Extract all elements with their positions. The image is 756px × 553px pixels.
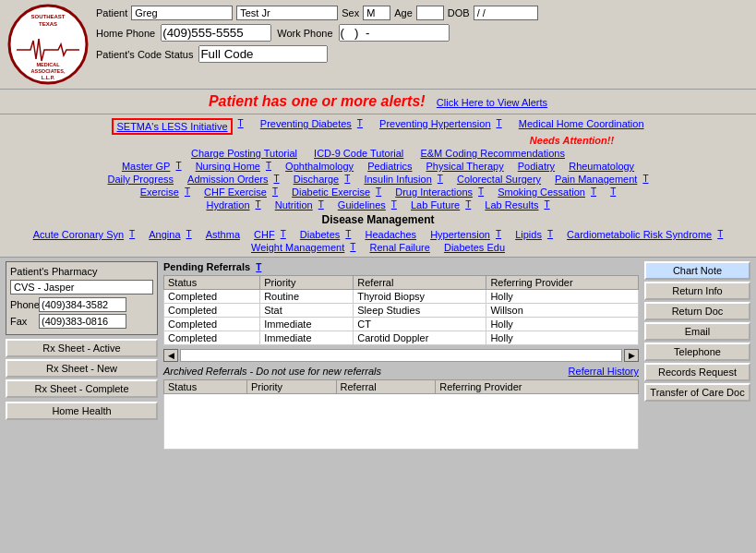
- nav-weight-t[interactable]: T: [350, 242, 355, 253]
- email-button[interactable]: Email: [644, 322, 750, 341]
- nav-pain-mgmt[interactable]: Pain Management: [555, 174, 637, 185]
- work-phone-input[interactable]: [339, 24, 450, 42]
- rx-active-button[interactable]: Rx Sheet - Active: [6, 339, 158, 357]
- nav-lipids[interactable]: Lipids: [515, 229, 542, 240]
- nav-charge-posting[interactable]: Charge Posting Tutorial: [191, 148, 297, 159]
- nav-extra-t[interactable]: T: [610, 186, 616, 198]
- nav-discharge[interactable]: Discharge: [294, 174, 340, 185]
- code-status-input[interactable]: [198, 45, 328, 63]
- nav-cardio-t[interactable]: T: [717, 229, 723, 240]
- nav-master-gp-t[interactable]: T: [175, 161, 181, 172]
- nav-chf-exercise[interactable]: CHF Exercise: [204, 186, 267, 198]
- nav-icd9[interactable]: ICD-9 Code Tutorial: [314, 148, 403, 159]
- nav-admission-t[interactable]: T: [274, 174, 280, 185]
- nav-headaches[interactable]: Headaches: [365, 229, 416, 240]
- nav-preventing-hypertension[interactable]: Preventing Hypertension: [379, 118, 490, 135]
- return-doc-button[interactable]: Return Doc: [644, 302, 750, 320]
- nav-hypertension[interactable]: Hypertension: [430, 229, 490, 240]
- nav-nutrition[interactable]: Nutrition: [275, 199, 313, 210]
- nav-lab-future-t[interactable]: T: [465, 199, 471, 210]
- nav-diabetic-exercise[interactable]: Diabetic Exercise: [292, 186, 370, 198]
- nav-diabetes-t[interactable]: T: [345, 229, 351, 240]
- patient-last-name[interactable]: [236, 6, 338, 20]
- pending-t-link[interactable]: T: [256, 262, 261, 272]
- patient-first-name[interactable]: [131, 6, 233, 20]
- nav-chf[interactable]: CHF: [254, 229, 275, 240]
- nav-angina-t[interactable]: T: [186, 229, 192, 240]
- nav-acs-t[interactable]: T: [129, 229, 135, 240]
- nav-daily-progress[interactable]: Daily Progress: [108, 174, 174, 185]
- nav-cardio-risk[interactable]: Cardiometabolic Risk Syndrome: [567, 229, 712, 240]
- home-phone-input[interactable]: [161, 24, 271, 42]
- nav-guidelines-t[interactable]: T: [391, 199, 397, 210]
- nav-rheumatology[interactable]: Rheumatology: [569, 161, 634, 172]
- nav-lab-results[interactable]: Lab Results: [485, 199, 538, 210]
- nav-prev-hyp-t[interactable]: T: [497, 118, 502, 135]
- nav-lab-future[interactable]: Lab Future: [411, 199, 460, 210]
- nav-em-coding[interactable]: E&M Coding Recommendations: [420, 148, 565, 159]
- nav-smoking-t[interactable]: T: [591, 186, 596, 198]
- nav-less-initiative[interactable]: SETMA's LESS Initiative: [112, 118, 232, 135]
- scroll-left-btn[interactable]: ◀: [163, 349, 178, 362]
- pharmacy-name-input[interactable]: [10, 280, 153, 295]
- nav-colorectal[interactable]: Colorectal Surgery: [457, 174, 541, 185]
- age-input[interactable]: [416, 6, 444, 20]
- nav-nursing-home[interactable]: Nursing Home: [196, 161, 260, 172]
- nav-hydration[interactable]: Hydration: [206, 199, 249, 210]
- return-info-button[interactable]: Return Info: [644, 282, 750, 300]
- nav-admission-orders[interactable]: Admission Orders: [187, 174, 268, 185]
- nav-discharge-t[interactable]: T: [344, 174, 350, 185]
- alert-link[interactable]: Click Here to View Alerts: [437, 97, 547, 108]
- nav-acs[interactable]: Acute Coronary Syn: [33, 229, 124, 240]
- nav-less-t[interactable]: T: [238, 118, 244, 135]
- nav-insulin-t[interactable]: T: [438, 174, 443, 185]
- needs-attention-row: Needs Attention!!: [0, 135, 756, 146]
- scroll-track[interactable]: [180, 349, 622, 362]
- nav-nursing-home-t[interactable]: T: [266, 161, 271, 172]
- nav-diab-ex-t[interactable]: T: [376, 186, 381, 198]
- nav-ophthalmology[interactable]: Ophthalmology: [285, 161, 354, 172]
- rx-new-button[interactable]: Rx Sheet - New: [6, 359, 158, 378]
- nav-physical-therapy[interactable]: Physical Therapy: [426, 161, 504, 172]
- nav-exercise[interactable]: Exercise: [140, 186, 179, 198]
- nav-renal-failure[interactable]: Renal Failure: [369, 242, 429, 253]
- transfer-care-button[interactable]: Transfer of Care Doc: [644, 383, 750, 402]
- nav-asthma[interactable]: Asthma: [206, 229, 240, 240]
- nav-weight-mgmt[interactable]: Weight Management: [251, 242, 344, 253]
- nav-chf-ex-t[interactable]: T: [272, 186, 278, 198]
- nav-podiatry[interactable]: Podiatry: [518, 161, 555, 172]
- nav-hypertension-t[interactable]: T: [496, 229, 501, 240]
- sex-input[interactable]: [363, 6, 390, 20]
- nav-pain-t[interactable]: T: [642, 174, 648, 185]
- nav-diabetes[interactable]: Diabetes: [300, 229, 340, 240]
- nav-nutrition-t[interactable]: T: [318, 199, 324, 210]
- nav-exercise-t[interactable]: T: [185, 186, 190, 198]
- referral-history-link[interactable]: Referral History: [569, 366, 639, 377]
- pharmacy-fax-input[interactable]: [39, 314, 126, 329]
- nav-hydration-t[interactable]: T: [256, 199, 261, 210]
- nav-angina[interactable]: Angina: [149, 229, 180, 240]
- nav-diabetes-edu[interactable]: Diabetes Edu: [444, 242, 505, 253]
- scroll-right-btn[interactable]: ▶: [624, 349, 639, 362]
- nav-chf-t[interactable]: T: [281, 229, 286, 240]
- nav-insulin-infusion[interactable]: Insulin Infusion: [364, 174, 431, 185]
- nav-lab-results-t[interactable]: T: [544, 199, 549, 210]
- nav-smoking-cessation[interactable]: Smoking Cessation: [498, 186, 585, 198]
- nav-guidelines[interactable]: Guidelines: [338, 199, 386, 210]
- nav-lipids-t[interactable]: T: [547, 229, 553, 240]
- telephone-button[interactable]: Telephone: [644, 343, 750, 361]
- nav-medical-home[interactable]: Medical Home Coordination: [519, 118, 644, 135]
- nav-pediatrics[interactable]: Pediatrics: [367, 161, 412, 172]
- rx-complete-button[interactable]: Rx Sheet - Complete: [6, 379, 158, 398]
- dob-input[interactable]: [474, 6, 538, 20]
- home-health-button[interactable]: Home Health: [6, 402, 158, 420]
- records-request-button[interactable]: Records Request: [644, 363, 750, 381]
- pharmacy-phone-input[interactable]: [39, 297, 126, 312]
- cell-status: Completed: [164, 304, 260, 318]
- nav-prev-diab-t[interactable]: T: [357, 118, 363, 135]
- nav-master-gp[interactable]: Master GP: [122, 161, 171, 172]
- nav-preventing-diabetes[interactable]: Preventing Diabetes: [260, 118, 352, 135]
- nav-drug-t[interactable]: T: [478, 186, 484, 198]
- chart-note-button[interactable]: Chart Note: [644, 261, 750, 280]
- nav-drug-interactions[interactable]: Drug Interactions: [395, 186, 473, 198]
